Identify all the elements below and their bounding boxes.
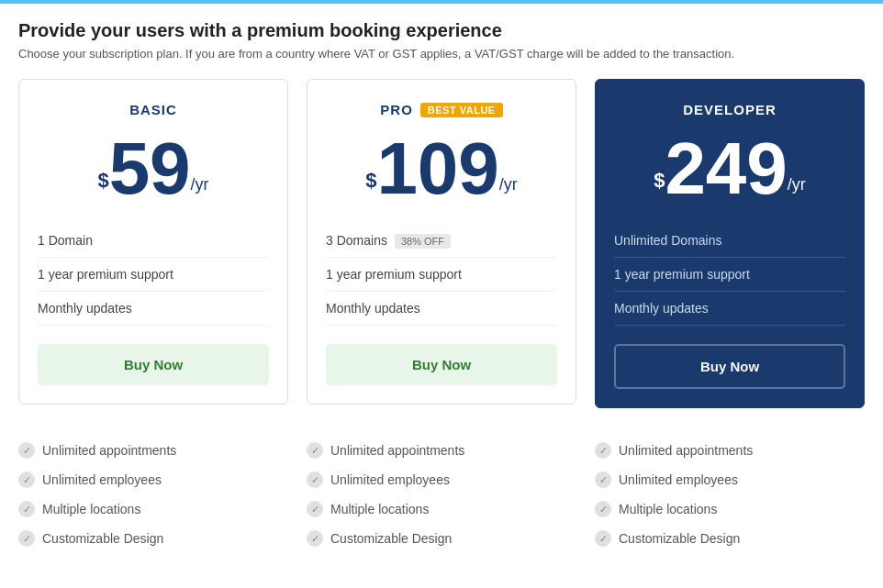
- feature-item: ✓Unlimited employees: [307, 465, 576, 494]
- price-container-basic: $59/yr: [38, 132, 269, 205]
- feature-label: Unlimited appointments: [330, 443, 464, 458]
- plan-card-basic: BASIC$59/yr1 Domain1 year premium suppor…: [18, 79, 288, 405]
- check-icon: ✓: [18, 472, 35, 488]
- plan-feature-developer-1: 1 year premium support: [614, 258, 845, 292]
- page-subtitle: Choose your subscription plan. If you ar…: [18, 47, 865, 61]
- plan-features-pro: 3 Domains38% OFF1 year premium supportMo…: [326, 224, 557, 326]
- price-amount-basic: 59: [109, 132, 191, 205]
- price-amount-developer: 249: [665, 132, 787, 205]
- plan-feature-pro-0: 3 Domains38% OFF: [326, 224, 557, 258]
- check-icon: ✓: [595, 442, 611, 459]
- feature-label: Unlimited employees: [330, 472, 450, 487]
- feature-item: ✓Multiple locations: [18, 494, 288, 524]
- plan-title-developer: DEVELOPER: [614, 102, 845, 117]
- price-dollar-pro: $: [365, 169, 376, 193]
- feature-item: ✓Customizable Design: [18, 524, 288, 553]
- plan-title-pro: PROBEST VALUE: [326, 102, 557, 117]
- check-icon: ✓: [595, 501, 611, 517]
- check-icon: ✓: [307, 530, 323, 547]
- price-period-developer: /yr: [788, 175, 806, 194]
- plan-name-developer: DEVELOPER: [683, 102, 777, 117]
- feature-label: Multiple locations: [330, 502, 429, 516]
- buy-button-basic[interactable]: Buy Now: [38, 344, 269, 385]
- plan-card-pro: PROBEST VALUE$109/yr3 Domains38% OFF1 ye…: [307, 79, 576, 405]
- price-period-pro: /yr: [499, 175, 518, 194]
- plan-feature-basic-2: Monthly updates: [38, 292, 269, 326]
- best-value-badge: BEST VALUE: [420, 103, 503, 117]
- features-col-2: ✓Unlimited appointments✓Unlimited employ…: [595, 436, 865, 553]
- features-section: ✓Unlimited appointments✓Unlimited employ…: [0, 417, 883, 562]
- page-title: Provide your users with a premium bookin…: [18, 20, 865, 41]
- check-icon: ✓: [307, 442, 323, 459]
- price-period-basic: /yr: [191, 175, 209, 194]
- price-container-developer: $249/yr: [614, 132, 845, 205]
- feature-item: ✓Unlimited employees: [18, 465, 288, 494]
- price-amount-pro: 109: [376, 132, 498, 205]
- price-dollar-developer: $: [654, 169, 665, 193]
- plan-title-basic: BASIC: [38, 102, 269, 117]
- feature-item: ✓Unlimited appointments: [595, 436, 865, 465]
- plan-feature-developer-0: Unlimited Domains: [614, 224, 845, 258]
- feature-item: ✓Unlimited appointments: [18, 436, 288, 465]
- plan-name-basic: BASIC: [129, 102, 177, 117]
- feature-label: Customizable Design: [42, 531, 163, 546]
- feature-label: Multiple locations: [619, 502, 717, 516]
- buy-button-pro[interactable]: Buy Now: [326, 344, 557, 385]
- plan-feature-pro-1: 1 year premium support: [326, 258, 557, 292]
- plans-container: BASIC$59/yr1 Domain1 year premium suppor…: [0, 70, 883, 417]
- feature-item: ✓Multiple locations: [595, 494, 865, 524]
- check-icon: ✓: [307, 501, 323, 517]
- feature-label: Unlimited employees: [619, 472, 738, 487]
- plan-card-developer: DEVELOPER$249/yrUnlimited Domains1 year …: [595, 79, 865, 408]
- check-icon: ✓: [18, 530, 35, 547]
- check-icon: ✓: [18, 442, 35, 459]
- check-icon: ✓: [18, 501, 35, 517]
- features-col-0: ✓Unlimited appointments✓Unlimited employ…: [18, 436, 288, 553]
- feature-item: ✓Multiple locations: [307, 494, 576, 524]
- price-dollar-basic: $: [97, 169, 108, 193]
- page-header: Provide your users with a premium bookin…: [0, 4, 883, 70]
- features-col-1: ✓Unlimited appointments✓Unlimited employ…: [307, 436, 576, 553]
- plan-feature-pro-2: Monthly updates: [326, 292, 557, 326]
- discount-badge: 38% OFF: [395, 234, 451, 249]
- check-icon: ✓: [307, 472, 323, 488]
- plan-features-developer: Unlimited Domains1 year premium supportM…: [614, 224, 845, 326]
- buy-button-developer[interactable]: Buy Now: [614, 344, 845, 389]
- price-container-pro: $109/yr: [326, 132, 557, 205]
- plan-feature-developer-2: Monthly updates: [614, 292, 845, 326]
- feature-label: Customizable Design: [330, 531, 452, 546]
- feature-item: ✓Customizable Design: [307, 524, 576, 553]
- check-icon: ✓: [595, 472, 611, 488]
- feature-label: Multiple locations: [42, 502, 140, 516]
- plan-features-basic: 1 Domain1 year premium supportMonthly up…: [38, 224, 269, 326]
- plan-feature-basic-0: 1 Domain: [38, 224, 269, 258]
- check-icon: ✓: [595, 530, 611, 547]
- plan-feature-basic-1: 1 year premium support: [38, 258, 269, 292]
- feature-label: Unlimited appointments: [619, 443, 753, 458]
- feature-item: ✓Customizable Design: [595, 524, 865, 553]
- feature-label: Unlimited employees: [42, 472, 162, 487]
- feature-label: Customizable Design: [619, 531, 740, 546]
- feature-item: ✓Unlimited employees: [595, 465, 865, 494]
- plan-name-pro: PRO: [380, 102, 413, 117]
- feature-label: Unlimited appointments: [42, 443, 176, 458]
- feature-item: ✓Unlimited appointments: [307, 436, 576, 465]
